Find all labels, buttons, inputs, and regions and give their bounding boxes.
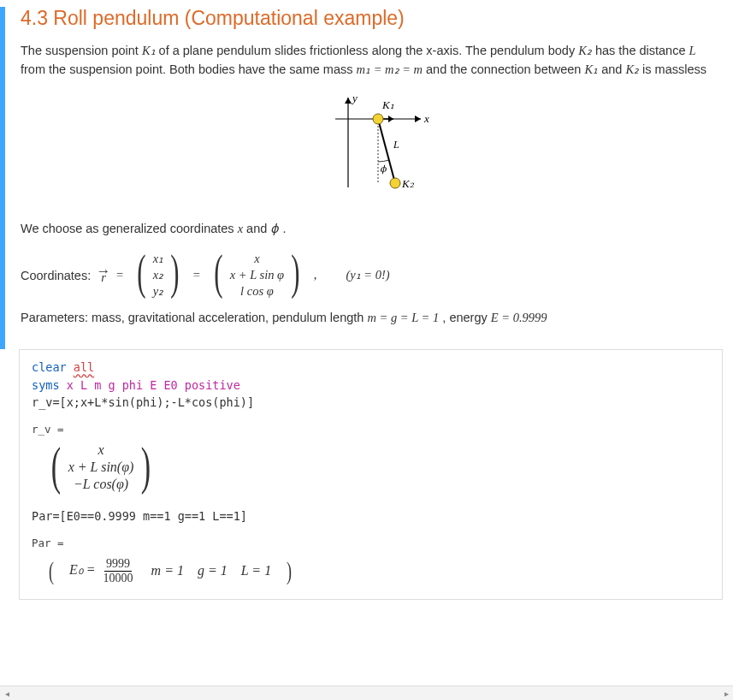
pendulum-diagram: y x K₁ K₂	[21, 93, 718, 205]
sym-k2: K₂	[578, 44, 592, 57]
intro-paragraph: The suspension point K₁ of a plane pendu…	[21, 42, 718, 80]
k2-label: K₂	[401, 177, 415, 190]
intro-text: The suspension point	[21, 44, 142, 57]
code-cell[interactable]: clear all syms x L m g phi E E0 positive…	[19, 349, 723, 600]
svg-marker-7	[388, 116, 393, 122]
scroll-right-icon[interactable]: ▸	[719, 686, 733, 700]
output-label: r_v =	[32, 423, 710, 436]
k1-label: K₁	[381, 98, 394, 111]
matrix-1: ( x₁ x₂ y₂ )	[133, 252, 183, 299]
gencoord-paragraph: We choose as generalized coordinates x a…	[21, 220, 718, 239]
x-axis-label: x	[423, 112, 429, 125]
text: .	[282, 222, 286, 235]
coordinates-equation: Coordinates: → r = ( x₁ x₂ y₂ ) =	[21, 252, 718, 299]
horizontal-scrollbar[interactable]: ◂ ▸	[0, 685, 733, 700]
svg-point-8	[373, 114, 383, 124]
mass-equation: m₁ = m₂ = m	[357, 62, 423, 76]
sym-x: x	[238, 222, 243, 235]
svg-point-9	[390, 178, 400, 188]
param-eq: m = g = L = 1	[367, 311, 439, 324]
phi-label: ϕ	[380, 163, 387, 175]
sym-k2: K₂	[625, 62, 639, 76]
section-heading: 4.3 Roll pendulum (Computational example…	[21, 7, 718, 30]
text: We choose as generalized coordinates	[21, 222, 238, 235]
intro-text: has the distance	[595, 44, 689, 57]
text: Parameters: mass, gravitational accelera…	[21, 311, 367, 324]
vector-r: → r	[101, 265, 106, 285]
output-rv: r_v = ( x x + L sin(φ) −L cos(φ) )	[32, 423, 710, 492]
intro-text: from the suspension point. Both bodies h…	[21, 62, 357, 76]
y-axis-label: y	[351, 92, 358, 104]
text: , energy	[442, 311, 490, 324]
matrix-2: ( x x + L sin φ l cos φ )	[210, 252, 304, 299]
code-line[interactable]: Par=[E0==0.9999 m==1 g==1 L==1]	[32, 507, 710, 525]
intro-text: is massless	[642, 62, 706, 76]
text-cell: 4.3 Roll pendulum (Computational example…	[0, 7, 733, 349]
intro-text: of a plane pendulum slides frictionless …	[159, 44, 579, 57]
code-line[interactable]: clear all	[32, 359, 710, 376]
y1-note: (y₁ = 0!)	[346, 268, 389, 282]
label: Coordinates:	[21, 269, 91, 282]
L-label: L	[393, 139, 399, 151]
svg-marker-3	[345, 98, 352, 104]
sym-phi: ϕ	[270, 222, 279, 235]
parameters-paragraph: Parameters: mass, gravitational accelera…	[21, 311, 718, 325]
scroll-left-icon[interactable]: ◂	[0, 686, 14, 700]
par-values: ( E₀ = 9999 10000 m = 1 g = 1 L = 1 )	[47, 556, 293, 585]
code-line[interactable]: r_v=[x;x+L*sin(phi);-L*cos(phi)]	[32, 394, 710, 411]
sym-L: L	[689, 44, 696, 57]
intro-text: and	[601, 62, 625, 76]
output-label: Par =	[32, 537, 710, 549]
sym-k1: K₁	[584, 62, 598, 76]
scrollbar-track[interactable]	[14, 686, 719, 700]
svg-marker-1	[415, 116, 421, 122]
sym-k1: K₁	[142, 44, 156, 57]
code-line[interactable]: syms x L m g phi E E0 positive	[32, 377, 710, 394]
text: and	[246, 222, 270, 235]
output-matrix: ( x x + L sin(φ) −L cos(φ) )	[47, 442, 155, 492]
energy-value: E = 0.9999	[491, 311, 547, 324]
intro-text: and the connection between	[426, 62, 584, 76]
output-par: Par = ( E₀ = 9999 10000 m = 1 g = 1	[32, 537, 710, 585]
